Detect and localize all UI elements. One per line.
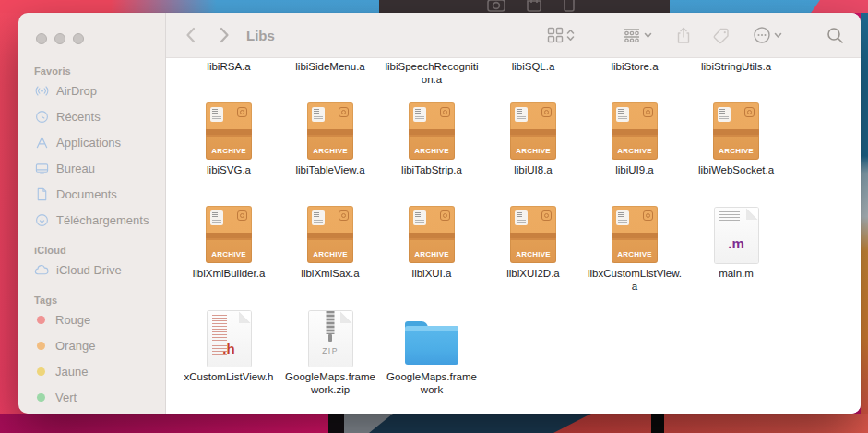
archive-file-icon: ARCHIVE bbox=[409, 206, 455, 263]
desktop-bottom-area bbox=[0, 414, 868, 433]
file-item[interactable]: ARCHIVE libiXmlBuilder.a bbox=[178, 206, 279, 309]
file-item[interactable]: ARCHIVE libiTabStrip.a bbox=[381, 102, 482, 206]
file-item[interactable]: ARCHIVE libiXUI.a bbox=[381, 206, 482, 309]
sidebar-item-label: AirDrop bbox=[56, 84, 97, 98]
sidebar-tag-item[interactable]: Jaune bbox=[18, 358, 165, 384]
search-icon bbox=[826, 27, 844, 44]
close-button[interactable] bbox=[36, 33, 47, 44]
file-name: libxCustomListView.a bbox=[588, 267, 683, 293]
file-item[interactable]: ARCHIVE libiUI8.a bbox=[482, 102, 584, 206]
document-icon bbox=[35, 187, 49, 201]
file-item[interactable]: ARCHIVE libiXmlSax.a bbox=[279, 206, 381, 309]
wallpaper-top-corner bbox=[811, 0, 868, 13]
archive-file-icon: ARCHIVE bbox=[612, 102, 658, 160]
share-button[interactable] bbox=[676, 23, 691, 47]
sidebar-section-tags: Tags Rouge Orange Jaune bbox=[18, 295, 165, 410]
archive-file-icon: ARCHIVE bbox=[206, 102, 252, 160]
group-by-icon bbox=[623, 28, 641, 42]
archive-file-icon: ARCHIVE bbox=[206, 206, 252, 263]
file-name: libiWebSocket.a bbox=[698, 163, 774, 176]
sidebar-section: Favoris AirDrop Récents bbox=[18, 66, 165, 233]
archive-file-icon: ARCHIVE bbox=[409, 102, 455, 160]
file-name: libiSVG.a bbox=[207, 163, 251, 176]
grid-view-icon bbox=[547, 27, 564, 43]
file-item[interactable]: ARCHIVE libiWebSocket.a bbox=[685, 102, 787, 206]
finder-sidebar: Favoris AirDrop Récents bbox=[18, 13, 166, 414]
file-item[interactable]: libiStringUtils.a bbox=[685, 58, 787, 102]
file-name: GoogleMaps.framework bbox=[385, 370, 480, 396]
file-item[interactable]: ZIP GoogleMaps.framework.zip bbox=[279, 309, 381, 413]
sidebar-item-label: Documents bbox=[56, 187, 117, 201]
file-item[interactable]: libiSideMenu.a bbox=[279, 58, 381, 102]
chevron-right-icon bbox=[220, 27, 230, 43]
file-grid: libiRSA.a libiSideMenu.a libiSpeechRecog… bbox=[178, 58, 787, 413]
file-item[interactable]: ARCHIVE libiSVG.a bbox=[178, 102, 279, 206]
cloud-icon bbox=[34, 263, 49, 277]
sidebar-item[interactable]: Téléchargements bbox=[18, 207, 165, 233]
tag-button[interactable] bbox=[713, 23, 731, 47]
search-button[interactable] bbox=[826, 23, 844, 47]
device-icon[interactable] bbox=[563, 0, 576, 13]
file-item[interactable]: libiSpeechRecognition.a bbox=[381, 58, 482, 102]
sidebar-item-label: Jaune bbox=[55, 365, 88, 379]
sidebar-item[interactable]: Récents bbox=[18, 103, 165, 129]
background-shape-red bbox=[553, 414, 868, 433]
sidebar-tag-item[interactable]: Rouge bbox=[18, 307, 165, 332]
zip-file-icon: ZIP bbox=[309, 311, 352, 367]
chevron-updown-icon bbox=[566, 29, 575, 42]
share-icon bbox=[676, 27, 691, 44]
more-options-icon bbox=[753, 26, 771, 44]
file-name: libiXUI.a bbox=[412, 267, 452, 280]
archive-file-icon: ARCHIVE bbox=[307, 102, 353, 160]
clock-icon bbox=[35, 110, 49, 124]
tag-color-dot bbox=[37, 367, 45, 376]
file-item[interactable]: libiRSA.a bbox=[178, 58, 279, 102]
traffic-lights bbox=[36, 33, 84, 44]
sidebar-item-label: Vert bbox=[55, 391, 77, 404]
file-item[interactable]: .h xCustomListView.h bbox=[178, 309, 279, 413]
file-item[interactable]: ARCHIVE libiUI9.a bbox=[584, 102, 685, 206]
sidebar-item-label: Applications bbox=[56, 136, 121, 150]
sidebar-item[interactable]: Bureau bbox=[18, 155, 165, 181]
icon-view-button[interactable] bbox=[547, 23, 575, 47]
file-item[interactable]: libiStore.a bbox=[584, 58, 685, 102]
file-item[interactable]: ARCHIVE libiXUI2D.a bbox=[482, 206, 584, 309]
archive-file-icon: ARCHIVE bbox=[510, 206, 556, 263]
sidebar-section-header: Favoris bbox=[18, 66, 165, 78]
header-file-icon: .h bbox=[208, 311, 251, 367]
wallpaper-right-edge bbox=[861, 0, 868, 433]
zoom-button[interactable] bbox=[73, 33, 84, 44]
tag-color-dot bbox=[37, 316, 45, 324]
background-shape-black bbox=[328, 414, 344, 433]
sidebar-section-header: Tags bbox=[18, 295, 165, 307]
sidebar-item-label: Bureau bbox=[56, 162, 95, 175]
sidebar-item-label: Téléchargements bbox=[56, 213, 149, 227]
back-button[interactable] bbox=[180, 24, 200, 46]
file-item[interactable]: ARCHIVE libxCustomListView.a bbox=[584, 206, 685, 309]
group-by-button[interactable] bbox=[623, 23, 652, 47]
file-name: GoogleMaps.framework.zip bbox=[283, 370, 378, 396]
file-name: libiSideMenu.a bbox=[295, 60, 364, 73]
forward-button[interactable] bbox=[214, 24, 234, 46]
file-item[interactable]: libiSQL.a bbox=[482, 58, 584, 102]
camera-icon[interactable] bbox=[486, 0, 506, 13]
sidebar-item[interactable]: iCloud Drive bbox=[18, 257, 165, 283]
desktop-icon bbox=[35, 162, 49, 175]
archive-file-icon: ARCHIVE bbox=[510, 102, 556, 160]
window-title: Libs bbox=[246, 28, 275, 43]
sidebar-item[interactable]: Applications bbox=[18, 129, 165, 155]
more-options-button[interactable] bbox=[753, 23, 782, 47]
file-name: xCustomListView.h bbox=[184, 370, 274, 383]
minimize-button[interactable] bbox=[54, 33, 65, 44]
sidebar-item[interactable]: AirDrop bbox=[18, 78, 165, 103]
sidebar-tag-item[interactable]: Orange bbox=[18, 332, 165, 358]
file-item[interactable]: .m main.m bbox=[685, 206, 787, 309]
file-item[interactable]: GoogleMaps.framework bbox=[381, 309, 482, 413]
file-item[interactable]: ARCHIVE libiTableView.a bbox=[279, 102, 381, 206]
tag-icon bbox=[713, 27, 731, 44]
finder-window: Favoris AirDrop Récents bbox=[18, 13, 861, 414]
file-name: libiSQL.a bbox=[512, 60, 555, 73]
sidebar-tag-item[interactable]: Vert bbox=[18, 384, 165, 410]
bag-icon[interactable] bbox=[525, 0, 543, 13]
sidebar-item[interactable]: Documents bbox=[18, 181, 165, 207]
